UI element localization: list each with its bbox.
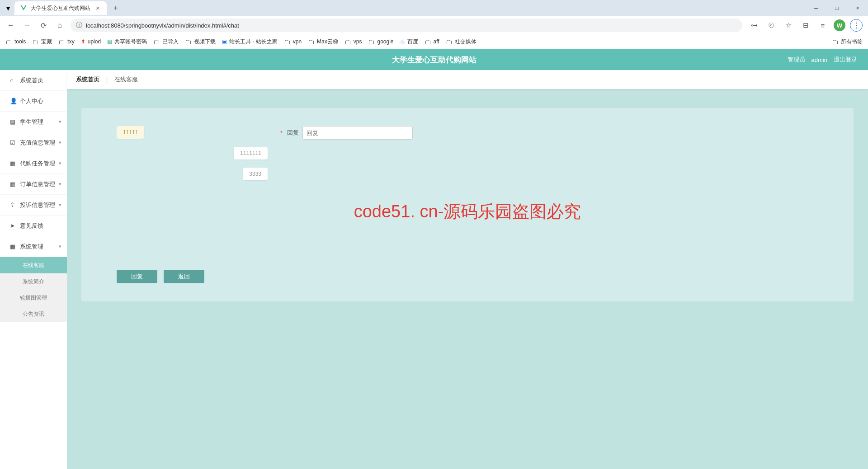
bookmark-bar: 🗀tools 🗀宝藏 🗀txy ⬆uplod ▦共享账号密码 🗀已导入 🗀视频下… xyxy=(0,34,868,49)
tab-bar: ▾ 大学生爱心互助代购网站 × + ─ □ × xyxy=(0,0,868,16)
main-area: 系统首页 ⋮ 在线客服 11111 1111111 3333 * 回复 xyxy=(67,70,868,469)
username-link[interactable]: admin xyxy=(811,56,827,63)
app-title: 大学生爱心互助代购网站 xyxy=(392,55,476,65)
sidebar-item-students[interactable]: ▤学生管理▾ xyxy=(0,112,67,132)
bookmark-aff[interactable]: 🗀aff xyxy=(425,38,439,46)
folder-icon: 🗀 xyxy=(284,38,291,46)
upload-icon: ⬆ xyxy=(81,38,85,45)
window-controls: ─ □ × xyxy=(806,0,868,16)
sidebar-submenu: 在线客服 系统简介 轮播图管理 公告资讯 xyxy=(0,257,67,322)
folder-icon: 🗀 xyxy=(32,38,39,46)
breadcrumb-sep-icon: ⋮ xyxy=(104,76,110,83)
close-tab-icon[interactable]: × xyxy=(94,5,101,12)
sidebar-sub-announcements[interactable]: 公告资讯 xyxy=(0,306,67,322)
sidebar-sub-carousel[interactable]: 轮播图管理 xyxy=(0,290,67,306)
minimize-button[interactable]: ─ xyxy=(806,0,826,16)
forward-button[interactable]: → xyxy=(22,20,33,31)
folder-icon: 🗀 xyxy=(832,38,839,46)
sheet-icon: ▦ xyxy=(107,38,112,45)
reader-icon[interactable]: ≡ xyxy=(816,19,829,32)
bookmark-social-media[interactable]: 🗀社交媒体 xyxy=(446,38,476,46)
browser-tab[interactable]: 大学生爱心互助代购网站 × xyxy=(14,1,107,15)
bookmark-share-accounts[interactable]: ▦共享账号密码 xyxy=(107,38,147,46)
content-area: 11111 1111111 3333 * 回复 回复 返回 code51. cn… xyxy=(67,90,868,469)
bookmark-max-cloud[interactable]: 🗀Max云梯 xyxy=(308,38,338,46)
translate-icon[interactable]: ⦾ xyxy=(765,19,778,32)
bookmark-imported[interactable]: 🗀已导入 xyxy=(153,38,179,46)
folder-icon: 🗀 xyxy=(153,38,160,46)
sidebar: ⌂系统首页 👤个人中心 ▤学生管理▾ ☑充值信息管理▾ ▦代购任务管理▾ ▦订单… xyxy=(0,70,67,469)
sidebar-item-system[interactable]: ▦系统管理▾ xyxy=(0,236,67,257)
url-field[interactable]: ⓘ localhost:8080/springbootnyvlx/admin/d… xyxy=(71,19,742,32)
bookmark-vpn[interactable]: 🗀vpn xyxy=(284,38,302,46)
chat-messages[interactable]: 11111 1111111 3333 xyxy=(117,126,270,188)
watermark-text: code51. cn-源码乐园盗图必究 xyxy=(354,200,581,223)
grid-icon: ▦ xyxy=(10,160,15,167)
upload-icon: ⇪ xyxy=(10,202,15,208)
reply-input[interactable] xyxy=(302,126,413,140)
breadcrumb-home[interactable]: 系统首页 xyxy=(76,75,99,84)
kebab-menu-icon[interactable]: ⋮ xyxy=(850,19,863,32)
tab-search-dropdown[interactable]: ▾ xyxy=(4,4,13,13)
folder-icon: 🗀 xyxy=(344,38,351,46)
bookmark-baidu[interactable]: ♨百度 xyxy=(400,38,418,46)
reload-button[interactable]: ⟳ xyxy=(38,20,49,31)
folder-icon: 🗀 xyxy=(308,38,315,46)
browser-chrome: ▾ 大学生爱心互助代购网站 × + ─ □ × ← → ⟳ ⌂ ⓘ localh… xyxy=(0,0,868,49)
app-root: 大学生爱心互助代购网站 管理员 admin 退出登录 ⌂系统首页 👤个人中心 ▤… xyxy=(0,49,868,469)
chevron-down-icon: ▾ xyxy=(59,202,61,208)
reply-form: * 回复 xyxy=(280,126,413,140)
chevron-down-icon: ▾ xyxy=(59,244,61,249)
bookmark-treasure[interactable]: 🗀宝藏 xyxy=(32,38,52,46)
all-bookmarks[interactable]: 🗀所有书签 xyxy=(832,38,863,46)
reply-button[interactable]: 回复 xyxy=(117,270,157,283)
folder-icon: 🗀 xyxy=(368,38,375,46)
back-button[interactable]: 返回 xyxy=(164,270,204,283)
check-icon: ☑ xyxy=(10,139,15,146)
chevron-down-icon: ▾ xyxy=(59,140,61,145)
sidebar-sub-intro[interactable]: 系统简介 xyxy=(0,273,67,290)
chevron-down-icon: ▾ xyxy=(59,160,61,166)
folder-icon: 🗀 xyxy=(5,38,12,46)
profile-avatar[interactable]: W xyxy=(834,19,845,31)
grid-icon: ▦ xyxy=(10,243,15,250)
reply-label: 回复 xyxy=(287,129,299,137)
bookmark-tools[interactable]: 🗀tools xyxy=(5,38,26,46)
user-icon: 👤 xyxy=(10,98,17,104)
bookmark-star-icon[interactable]: ☆ xyxy=(782,19,795,32)
sidebar-item-recharge[interactable]: ☑充值信息管理▾ xyxy=(0,132,67,153)
bookmark-vps[interactable]: 🗀vps xyxy=(344,38,362,46)
bookmark-webmaster-tools[interactable]: ▣站长工具 - 站长之家 xyxy=(222,38,278,46)
sidebar-sub-online-service[interactable]: 在线客服 xyxy=(0,257,67,273)
sidebar-item-complaints[interactable]: ⇪投诉信息管理▾ xyxy=(0,195,67,216)
bookmark-google[interactable]: 🗀google xyxy=(368,38,393,46)
app-body: ⌂系统首页 👤个人中心 ▤学生管理▾ ☑充值信息管理▾ ▦代购任务管理▾ ▦订单… xyxy=(0,70,868,469)
close-window-button[interactable]: × xyxy=(847,0,868,16)
chat-msg-left: 11111 xyxy=(117,126,268,139)
home-icon: ⌂ xyxy=(10,77,14,84)
url-text: localhost:8080/springbootnyvlx/admin/dis… xyxy=(86,22,239,29)
chat-msg-right: 1111111 xyxy=(117,147,268,159)
user-role: 管理员 xyxy=(788,56,805,64)
bookmark-uplod[interactable]: ⬆uplod xyxy=(81,38,101,45)
folder-icon: 🗀 xyxy=(185,38,192,46)
password-icon[interactable]: ⊶ xyxy=(748,19,760,32)
folder-icon: 🗀 xyxy=(446,38,453,46)
sidebar-item-orders[interactable]: ▦订单信息管理▾ xyxy=(0,174,67,195)
bookmark-txy[interactable]: 🗀txy xyxy=(58,38,74,46)
new-tab-button[interactable]: + xyxy=(109,2,122,14)
sidebar-item-purchase-tasks[interactable]: ▦代购任务管理▾ xyxy=(0,153,67,174)
sidebar-item-feedback[interactable]: ➤意见反馈 xyxy=(0,216,67,236)
extensions-icon[interactable]: ⊟ xyxy=(799,19,812,32)
home-button[interactable]: ⌂ xyxy=(54,20,65,31)
site-info-icon[interactable]: ⓘ xyxy=(76,21,82,29)
maximize-button[interactable]: □ xyxy=(826,0,847,16)
back-button[interactable]: ← xyxy=(5,20,16,31)
bookmark-video-download[interactable]: 🗀视频下载 xyxy=(185,38,216,46)
sidebar-item-profile[interactable]: 👤个人中心 xyxy=(0,91,67,112)
logout-link[interactable]: 退出登录 xyxy=(834,56,857,64)
baidu-icon: ♨ xyxy=(400,38,405,45)
tool-icon: ▣ xyxy=(222,38,227,45)
app-header: 大学生爱心互助代购网站 管理员 admin 退出登录 xyxy=(0,49,868,70)
sidebar-item-home[interactable]: ⌂系统首页 xyxy=(0,70,67,91)
